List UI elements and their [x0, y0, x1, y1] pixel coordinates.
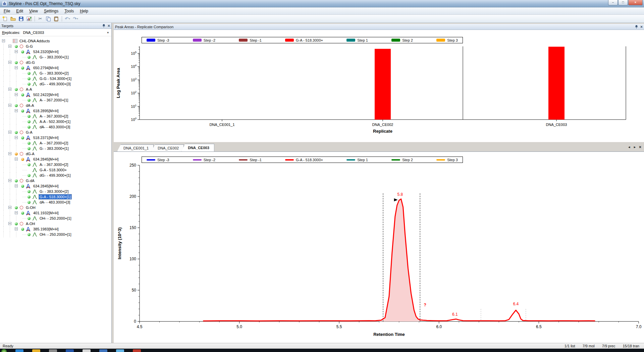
tree-expander[interactable]	[2, 38, 8, 44]
tree-row[interactable]: A- - 367.3000+[2]	[0, 114, 111, 119]
replicate-bar-chart[interactable]: 100101102103104105DNA_CE001_1DNA_CE002DN…	[114, 30, 644, 143]
tree-node-label[interactable]: G-G	[25, 44, 34, 49]
tree-expander[interactable]	[8, 178, 15, 183]
tree-row[interactable]: A-A - 502.3000+[1]	[0, 119, 111, 124]
taskbar-app-icon[interactable]	[66, 349, 74, 352]
tree-row[interactable]: G-A - 518.3000+	[0, 167, 111, 173]
open-button[interactable]	[9, 15, 17, 22]
tab-DNA_CE002[interactable]: DNA_CE002	[151, 144, 184, 151]
tree-node-label[interactable]: A-A - 502.3000+[1]	[39, 119, 71, 124]
tree-expander[interactable]	[15, 226, 21, 232]
tree-node-label[interactable]: 401.1932[M+H]	[33, 211, 59, 215]
tree-node-label[interactable]: A- - 367.3000+[2]	[39, 114, 69, 119]
cut-button[interactable]: ✂	[37, 15, 44, 22]
tree-row[interactable]: dA- - 483.3000+[3]	[0, 124, 111, 130]
menu-settings[interactable]: Settings	[41, 8, 61, 14]
tree-expander[interactable]	[15, 65, 21, 71]
tree-node-label[interactable]: 634.2845[M+H]	[33, 157, 59, 162]
tree-node-label[interactable]: A-OH	[25, 221, 36, 226]
maximize-button[interactable]: □	[618, 0, 628, 5]
tree-row[interactable]: G- - 383.2000+[1]	[0, 54, 111, 60]
tree-row[interactable]: 385.1983[M+H]	[0, 226, 111, 232]
replicates-combobox[interactable]: DNA_CE003 ▾	[23, 31, 109, 35]
close-button[interactable]: ×	[628, 0, 643, 5]
paste-button[interactable]	[53, 15, 60, 22]
tab-DNA_CE001_1[interactable]: DNA_CE001_1	[117, 144, 154, 151]
tree-row[interactable]: 518.2371[M+H]	[0, 135, 111, 140]
tree-node-label[interactable]: G- - 383.3000+[2]	[39, 189, 69, 194]
tree-node-label[interactable]: OH- - 250.2000+[1]	[39, 232, 72, 237]
pin-icon[interactable]	[635, 25, 638, 29]
tree-row[interactable]: dG-A	[0, 151, 111, 157]
taskbar-app-icon[interactable]	[116, 349, 124, 352]
undo-button[interactable]: ↶▾	[64, 15, 71, 22]
tree-node-label[interactable]: OH- - 250.2000+[1]	[39, 216, 72, 221]
taskbar-app-icon[interactable]	[99, 349, 107, 352]
tree-row[interactable]: dA- - 483.3000+[3]	[0, 200, 111, 205]
menu-tools[interactable]: Tools	[61, 8, 77, 14]
tree-row[interactable]: 634.2845[M+H]	[0, 157, 111, 162]
tree-row[interactable]: dA-A	[0, 103, 111, 108]
tree-row[interactable]: A-A	[0, 87, 111, 92]
tree-row[interactable]: G-OH	[0, 205, 111, 210]
tree-row[interactable]: G-G	[0, 44, 111, 49]
tree-node-label[interactable]: 502.2422[M+H]	[33, 92, 59, 97]
copy-button[interactable]	[45, 15, 52, 22]
tab-scroll-right-icon[interactable]: ►	[633, 145, 636, 149]
tab-scroll-left-icon[interactable]: ◄	[628, 145, 631, 149]
tree-row[interactable]: G-A	[0, 130, 111, 135]
tree-expander[interactable]	[15, 157, 21, 162]
tree-node-label[interactable]: dG- - 499.3000+[1]	[39, 173, 71, 178]
tree-expander[interactable]	[15, 108, 21, 114]
tree-row[interactable]: G- - 383.3000+[2]	[0, 71, 111, 76]
tree-node-label[interactable]: CHL-DNA Adducts	[19, 39, 50, 43]
tree-row[interactable]: OH- - 250.2000+[1]	[0, 216, 111, 221]
tree-node-label[interactable]: G- - 383.3000+[2]	[39, 71, 69, 76]
windows-taskbar[interactable]	[0, 349, 644, 352]
tree-expander[interactable]	[8, 221, 15, 226]
chromatogram-chart-area[interactable]: Step -3Step -2Step -1G-A - 518.3000+Step…	[114, 151, 644, 343]
tree-row[interactable]: OH- - 250.2000+[1]	[0, 232, 111, 237]
tree-node-label[interactable]: 634.2845[M+H]	[33, 184, 59, 188]
tree-row[interactable]: A- - 367.2000+[2]	[0, 140, 111, 146]
pin-icon[interactable]	[102, 24, 106, 28]
tree-row[interactable]: A-OH	[0, 221, 111, 226]
tree-expander[interactable]	[8, 60, 15, 65]
tree-row[interactable]: A- - 367.2000+[1]	[0, 97, 111, 103]
tree-node-label[interactable]: G-A - 518.3000+[1]	[39, 194, 71, 199]
targets-tree[interactable]: CHL-DNA AdductsG-G534.2320[M+H]G- - 383.…	[0, 36, 111, 343]
menu-help[interactable]: Help	[77, 8, 91, 14]
tree-node-label[interactable]: A- - 367.2000+[2]	[39, 141, 69, 145]
tree-node-label[interactable]: A- - 367.3000+[2]	[39, 162, 69, 167]
tree-expander[interactable]	[8, 205, 15, 210]
tab-DNA_CE003[interactable]: DNA_CE003	[181, 144, 214, 151]
tree-node-label[interactable]: G-A - 518.3000+	[39, 168, 67, 172]
tree-expander[interactable]	[15, 210, 21, 216]
bar-DNA_CE003[interactable]	[548, 47, 565, 120]
tree-node-label[interactable]: G- - 383.2000+[1]	[39, 55, 69, 59]
tree-row[interactable]: 534.2320[M+H]	[0, 49, 111, 54]
tree-node-label[interactable]: 650.2794[M+H]	[33, 65, 59, 70]
tree-row[interactable]: CHL-DNA Adducts	[0, 38, 111, 44]
chromatogram-close-icon[interactable]: ×	[639, 145, 641, 149]
tree-expander[interactable]	[8, 130, 15, 135]
bar-DNA_CE002[interactable]	[375, 49, 391, 120]
tree-node-label[interactable]: 385.1983[M+H]	[33, 227, 59, 231]
tree-expander[interactable]	[15, 183, 21, 189]
tree-row[interactable]: 650.2794[M+H]	[0, 65, 111, 71]
tree-row[interactable]: 502.2422[M+H]	[0, 92, 111, 97]
tree-row[interactable]: dG- - 499.3000+[1]	[0, 173, 111, 178]
tree-expander[interactable]	[8, 103, 15, 108]
taskbar-app-icon[interactable]	[15, 349, 23, 352]
menu-edit[interactable]: Edit	[13, 8, 26, 14]
tree-node-label[interactable]: A-A	[25, 87, 33, 92]
new-document-button[interactable]	[1, 15, 9, 22]
redo-button[interactable]: ↷▾	[72, 15, 79, 22]
taskbar-app-icon[interactable]	[49, 349, 57, 352]
tree-expander[interactable]	[15, 49, 21, 54]
taskbar-app-icon[interactable]	[32, 349, 40, 352]
tree-row[interactable]: G-dA	[0, 178, 111, 183]
tree-node-label[interactable]: dG- - 499.3000+[3]	[39, 82, 71, 86]
tree-row[interactable]: 618.2895[M+H]	[0, 108, 111, 114]
start-button[interactable]	[1, 349, 7, 352]
